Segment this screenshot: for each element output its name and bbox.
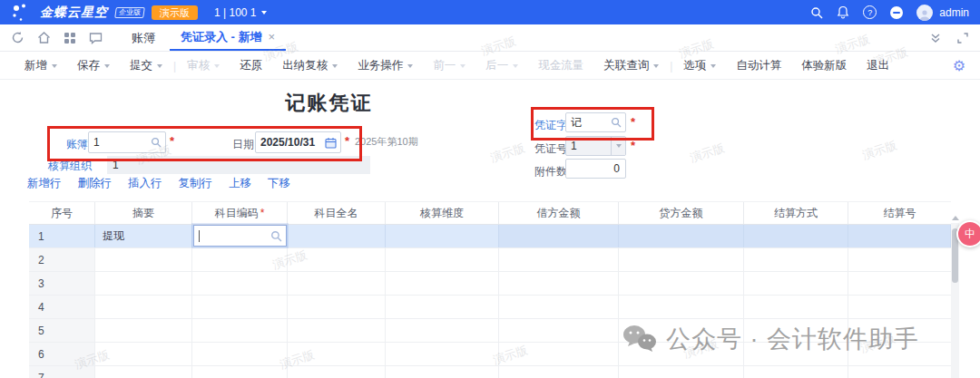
grid-cell[interactable] — [192, 272, 288, 295]
toolbar-button[interactable]: 还原 — [230, 58, 272, 73]
toolbar-button[interactable]: 提交 — [120, 58, 172, 73]
grid-cell[interactable] — [386, 343, 499, 365]
grid-cell[interactable] — [499, 272, 619, 295]
grid-row[interactable]: 1提现 — [29, 225, 951, 248]
gear-icon[interactable]: ⚙ — [953, 57, 965, 74]
username[interactable]: admin — [939, 6, 969, 19]
grid-cell[interactable] — [386, 225, 499, 247]
grid-cell[interactable] — [288, 319, 386, 342]
row-action-link[interactable]: 删除行 — [78, 176, 113, 191]
toolbar-button[interactable]: 保存 — [67, 58, 120, 73]
toolbar-button[interactable]: 出纳复核 — [272, 58, 348, 73]
grid-cell[interactable] — [192, 248, 288, 271]
toolbar-button[interactable]: 业务操作 — [348, 58, 423, 73]
grid-cell[interactable] — [499, 296, 619, 318]
floating-ime-badge[interactable]: 中 — [956, 220, 980, 247]
grid-cell[interactable] — [386, 272, 499, 295]
grid-cell[interactable] — [848, 225, 951, 247]
toolbar-button[interactable]: 体验新版 — [791, 58, 857, 73]
grid-row[interactable]: 7 — [29, 366, 951, 378]
toolbar-button[interactable]: 关联查询 — [593, 58, 669, 73]
grid-cell[interactable] — [288, 366, 386, 378]
book-label[interactable]: 账簿 — [66, 137, 88, 152]
row-number-cell[interactable]: 5 — [29, 319, 95, 342]
grid-cell[interactable] — [619, 366, 744, 378]
grid-cell[interactable] — [744, 248, 848, 271]
toolbar-button[interactable]: 选项 — [673, 58, 726, 73]
row-action-link[interactable]: 插入行 — [128, 176, 162, 191]
grid-cell[interactable] — [288, 296, 386, 318]
grid-cell[interactable] — [95, 366, 192, 378]
grid-cell[interactable] — [95, 296, 192, 318]
workspace-selector[interactable]: 1 | 100 1 — [214, 6, 267, 19]
grid-cell[interactable] — [848, 248, 951, 271]
grid-cell[interactable] — [619, 272, 744, 295]
grid-cell[interactable] — [848, 272, 951, 295]
voucher-number-input[interactable] — [566, 140, 611, 152]
org-label[interactable]: 核算组织 — [48, 159, 92, 174]
lookup-icon[interactable] — [270, 230, 286, 242]
grid-cell[interactable] — [192, 343, 288, 365]
voucher-word-field[interactable] — [565, 112, 626, 132]
close-icon[interactable]: × — [269, 30, 276, 44]
grid-cell[interactable] — [288, 272, 386, 295]
toolbar-button[interactable]: 新增 — [15, 58, 67, 73]
grid-cell[interactable] — [288, 225, 386, 247]
voucher-word-label[interactable]: 凭证字 — [534, 118, 567, 133]
search-icon[interactable] — [810, 6, 823, 19]
row-action-link[interactable]: 下移 — [268, 176, 290, 191]
grid-row[interactable]: 2 — [29, 248, 951, 272]
voucher-word-input[interactable] — [566, 116, 611, 129]
account-code-editor[interactable] — [193, 225, 287, 247]
calendar-icon[interactable] — [325, 137, 340, 149]
grid-cell[interactable] — [619, 248, 744, 271]
grid-cell[interactable] — [192, 319, 288, 342]
fullscreen-icon[interactable] — [956, 32, 969, 44]
refresh-icon[interactable] — [11, 31, 24, 44]
grid-cell[interactable] — [192, 366, 288, 378]
grid-row[interactable]: 6 — [29, 343, 951, 366]
row-number-cell[interactable]: 7 — [29, 366, 95, 378]
grid-cell[interactable] — [744, 225, 848, 247]
row-action-link[interactable]: 上移 — [229, 176, 251, 191]
grid-cell[interactable] — [744, 272, 848, 295]
grid-cell[interactable] — [848, 296, 951, 318]
grid-row[interactable]: 3 — [29, 272, 951, 296]
row-action-link[interactable]: 新增行 — [27, 176, 62, 191]
grid-cell[interactable] — [386, 366, 499, 378]
grid-cell[interactable] — [386, 296, 499, 318]
message-icon[interactable] — [89, 32, 103, 44]
collapse-icon[interactable] — [929, 32, 942, 44]
date-input[interactable] — [256, 136, 325, 149]
tab-0[interactable]: 账簿 — [121, 24, 166, 51]
toolbar-button[interactable]: 自动计算 — [726, 58, 791, 73]
status-dash-icon[interactable] — [890, 6, 903, 19]
grid-cell[interactable] — [386, 319, 499, 342]
lookup-icon[interactable] — [611, 117, 625, 128]
grid-cell[interactable] — [619, 343, 744, 365]
apps-grid-icon[interactable] — [64, 32, 76, 44]
grid-cell[interactable] — [95, 272, 192, 295]
grid-cell[interactable] — [95, 248, 192, 271]
grid-cell[interactable] — [619, 319, 744, 342]
date-field[interactable] — [255, 131, 341, 153]
scroll-up-arrow[interactable] — [952, 216, 959, 220]
book-input[interactable] — [89, 136, 151, 149]
grid-cell[interactable] — [499, 343, 619, 365]
bell-icon[interactable] — [837, 5, 849, 19]
grid-cell[interactable] — [95, 343, 192, 365]
attachments-input[interactable] — [566, 162, 625, 175]
home-icon[interactable] — [37, 31, 51, 44]
avatar[interactable] — [916, 5, 933, 21]
grid-cell[interactable] — [192, 296, 288, 318]
grid-cell[interactable] — [499, 319, 619, 342]
grid-cell[interactable] — [744, 319, 848, 342]
grid-cell[interactable] — [848, 319, 951, 342]
grid-cell[interactable] — [499, 366, 619, 378]
grid-cell[interactable]: 提现 — [95, 225, 192, 247]
grid-cell[interactable] — [619, 296, 744, 318]
grid-cell[interactable] — [499, 225, 619, 247]
book-field[interactable] — [88, 131, 166, 153]
row-number-cell[interactable]: 3 — [29, 272, 95, 295]
grid-cell[interactable] — [499, 248, 619, 271]
